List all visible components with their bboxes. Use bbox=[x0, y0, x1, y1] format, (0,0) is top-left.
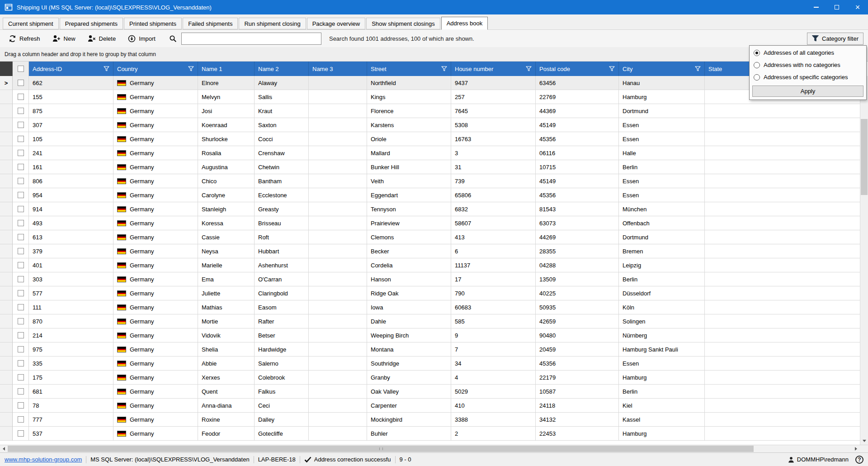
column-header[interactable]: Postal code bbox=[536, 62, 619, 76]
cell-name2[interactable]: Claringbold bbox=[255, 286, 309, 300]
cell-house-number[interactable]: 31 bbox=[451, 160, 536, 174]
column-filter-icon[interactable] bbox=[101, 66, 109, 71]
cell-street[interactable]: Dahle bbox=[367, 314, 451, 328]
cell-city[interactable]: Hamburg Sankt Pauli bbox=[619, 342, 705, 357]
column-header[interactable]: City bbox=[619, 62, 705, 76]
cell-country[interactable]: Germany bbox=[113, 216, 198, 230]
cell-postal-code[interactable]: 44269 bbox=[536, 230, 619, 244]
cell-city[interactable]: Hamburg bbox=[619, 371, 705, 385]
cell-postal-code[interactable]: 10587 bbox=[536, 385, 619, 399]
cell-street[interactable]: Veith bbox=[367, 174, 451, 188]
cell-house-number[interactable]: 17 bbox=[451, 272, 536, 286]
table-row[interactable]: 241 Germany Rosalia Crenshaw Mallard 3 0… bbox=[0, 146, 860, 160]
cell-street[interactable]: Southridge bbox=[367, 357, 451, 371]
table-row[interactable]: 175 Germany Xerxes Colebrook Granby 4 22… bbox=[0, 371, 860, 385]
cell-name3[interactable] bbox=[309, 188, 367, 202]
cell-street[interactable]: Kings bbox=[367, 90, 451, 104]
cell-city[interactable]: Nürnberg bbox=[619, 328, 705, 342]
cell-name1[interactable]: Cassie bbox=[198, 230, 255, 244]
cell-postal-code[interactable]: 81543 bbox=[536, 202, 619, 216]
cell-postal-code[interactable]: 40225 bbox=[536, 286, 619, 300]
table-row[interactable]: 401 Germany Marielle Ashenhurst Cordelia… bbox=[0, 258, 860, 272]
table-row[interactable]: 303 Germany Ema O'Carran Hanson 17 13509… bbox=[0, 272, 860, 286]
table-row[interactable]: 111 Germany Mathias Easom Iowa 60683 509… bbox=[0, 300, 860, 314]
cell-name1[interactable]: Anna-diana bbox=[198, 399, 255, 413]
cell-city[interactable]: Hanau bbox=[619, 76, 705, 90]
cell-name1[interactable]: Vidovik bbox=[198, 328, 255, 342]
cell-street[interactable]: Karstens bbox=[367, 118, 451, 132]
cell-postal-code[interactable]: 34132 bbox=[536, 413, 619, 427]
import-button[interactable]: Import bbox=[124, 33, 160, 45]
cell-postal-code[interactable]: 20459 bbox=[536, 342, 619, 357]
cell-house-number[interactable]: 739 bbox=[451, 174, 536, 188]
cell-address-id[interactable]: 401 bbox=[29, 258, 113, 272]
cell-name1[interactable]: Abbie bbox=[198, 357, 255, 371]
cell-name3[interactable] bbox=[309, 357, 367, 371]
column-filter-icon[interactable] bbox=[439, 66, 447, 71]
vertical-scroll-thumb[interactable] bbox=[861, 119, 868, 195]
cell-name2[interactable]: Rafter bbox=[255, 314, 309, 328]
column-header[interactable]: Address-ID bbox=[29, 62, 113, 76]
cell-postal-code[interactable]: 04288 bbox=[536, 258, 619, 272]
cell-state[interactable] bbox=[705, 104, 860, 118]
cell-address-id[interactable]: 537 bbox=[29, 427, 113, 441]
cell-city[interactable]: Berlin bbox=[619, 272, 705, 286]
table-row[interactable]: 870 Germany Mortie Rafter Dahle 585 4265… bbox=[0, 314, 860, 328]
cell-postal-code[interactable]: 28355 bbox=[536, 244, 619, 258]
cell-state[interactable] bbox=[705, 342, 860, 357]
cell-house-number[interactable]: 6 bbox=[451, 244, 536, 258]
cell-state[interactable] bbox=[705, 300, 860, 314]
row-select-checkbox[interactable] bbox=[13, 76, 29, 90]
table-row[interactable]: 954 Germany Carolyne Ecclestone Eggendar… bbox=[0, 188, 860, 202]
cell-name2[interactable]: Kraut bbox=[255, 104, 309, 118]
column-header[interactable]: Name 1 bbox=[198, 62, 255, 76]
cell-state[interactable] bbox=[705, 118, 860, 132]
maximize-button[interactable] bbox=[826, 0, 847, 14]
cell-street[interactable]: Montana bbox=[367, 342, 451, 357]
cell-name3[interactable] bbox=[309, 371, 367, 385]
cell-name3[interactable] bbox=[309, 146, 367, 160]
cell-postal-code[interactable]: 22453 bbox=[536, 427, 619, 441]
cell-address-id[interactable]: 175 bbox=[29, 371, 113, 385]
cell-country[interactable]: Germany bbox=[113, 202, 198, 216]
cell-address-id[interactable]: 613 bbox=[29, 230, 113, 244]
row-select-checkbox[interactable] bbox=[13, 399, 29, 413]
cell-house-number[interactable]: 9 bbox=[451, 328, 536, 342]
cell-house-number[interactable]: 34 bbox=[451, 357, 536, 371]
cell-house-number[interactable]: 5029 bbox=[451, 385, 536, 399]
cell-postal-code[interactable]: 45356 bbox=[536, 357, 619, 371]
cell-house-number[interactable]: 65806 bbox=[451, 188, 536, 202]
table-row[interactable]: > 662 Germany Elnore Alaway Northfield 9… bbox=[0, 76, 860, 90]
table-row[interactable]: 161 Germany Augustina Chetwin Bunker Hil… bbox=[0, 160, 860, 174]
cell-street[interactable]: Tennyson bbox=[367, 202, 451, 216]
table-row[interactable]: 613 Germany Cassie Roft Clemons 413 4426… bbox=[0, 230, 860, 244]
cell-name2[interactable]: Bantham bbox=[255, 174, 309, 188]
cell-address-id[interactable]: 105 bbox=[29, 132, 113, 146]
cell-address-id[interactable]: 303 bbox=[29, 272, 113, 286]
cell-state[interactable] bbox=[705, 413, 860, 427]
cell-country[interactable]: Germany bbox=[113, 357, 198, 371]
cell-name2[interactable]: Betser bbox=[255, 328, 309, 342]
help-icon[interactable]: ? bbox=[855, 456, 863, 464]
table-row[interactable]: 214 Germany Vidovik Betser Weeping Birch… bbox=[0, 328, 860, 342]
cell-postal-code[interactable]: 63073 bbox=[536, 216, 619, 230]
cell-postal-code[interactable]: 24118 bbox=[536, 399, 619, 413]
cell-name1[interactable]: Chico bbox=[198, 174, 255, 188]
cell-postal-code[interactable]: 10715 bbox=[536, 160, 619, 174]
cell-name3[interactable] bbox=[309, 244, 367, 258]
table-row[interactable]: 78 Germany Anna-diana Ceci Carpenter 410… bbox=[0, 399, 860, 413]
cell-street[interactable]: Buhler bbox=[367, 427, 451, 441]
cell-house-number[interactable]: 58607 bbox=[451, 216, 536, 230]
cell-address-id[interactable]: 870 bbox=[29, 314, 113, 328]
row-select-checkbox[interactable] bbox=[13, 328, 29, 342]
cell-house-number[interactable]: 3 bbox=[451, 146, 536, 160]
cell-street[interactable]: Weeping Birch bbox=[367, 328, 451, 342]
column-header[interactable]: House number bbox=[451, 62, 536, 76]
minimize-button[interactable] bbox=[806, 0, 826, 14]
cell-name2[interactable]: Brisseau bbox=[255, 216, 309, 230]
cell-address-id[interactable]: 111 bbox=[29, 300, 113, 314]
cell-name2[interactable]: Gotecliffe bbox=[255, 427, 309, 441]
cell-name2[interactable]: Sallis bbox=[255, 90, 309, 104]
search-input[interactable] bbox=[181, 33, 321, 45]
column-filter-icon[interactable] bbox=[606, 66, 615, 71]
